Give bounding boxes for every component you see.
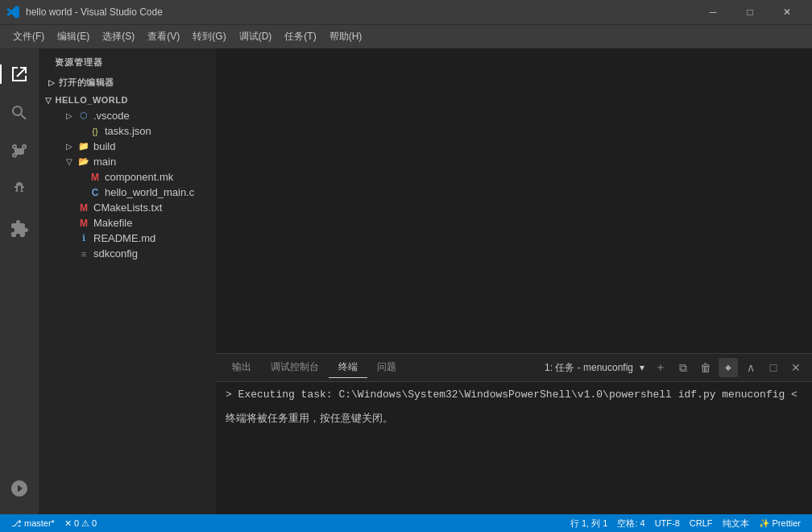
makefile-label: Makefile (93, 217, 132, 229)
terminal-trash-button[interactable]: 🗑 (696, 358, 715, 377)
open-editors-section[interactable]: ▷ 打开的编辑器 (39, 73, 216, 92)
menu-view[interactable]: 查看(V) (141, 27, 186, 47)
language-text: 纯文本 (723, 517, 749, 530)
terminal-restore-button[interactable]: □ (764, 358, 783, 377)
build-folder-icon: 📁 (77, 141, 90, 152)
tree-item-componentmk[interactable]: ▷ M component.mk (39, 169, 216, 185)
menu-goto[interactable]: 转到(G) (186, 27, 232, 47)
tree-item-cmakelists[interactable]: ▷ M CMakeLists.txt (39, 200, 216, 215)
terminal-split-button[interactable]: ⧉ (673, 358, 693, 377)
terminal-maximize-button[interactable]: ∧ (741, 358, 760, 377)
terminal-close-button[interactable]: ✕ (786, 358, 806, 377)
activity-explorer[interactable] (0, 55, 39, 94)
status-formatter[interactable]: ✨ Prettier (754, 517, 806, 530)
main-label: main (93, 156, 116, 168)
tree-item-main[interactable]: ▽ 📂 main (39, 154, 216, 169)
tasksjson-label: tasks.json (105, 125, 151, 137)
tree-item-build[interactable]: ▷ 📁 build (39, 139, 216, 154)
terminal-tabs: 输出 调试控制台 终端 问题 1: 任务 - menuconfig ▾ ＋ ⧉ … (216, 354, 812, 382)
status-encoding[interactable]: UTF-8 (650, 517, 685, 530)
build-label: build (93, 140, 115, 152)
status-branch[interactable]: ⎇ master* (6, 518, 60, 529)
tab-output[interactable]: 输出 (222, 357, 261, 378)
activity-bar (0, 48, 39, 514)
spaces-text: 空格: 4 (617, 517, 644, 530)
tree-item-readme[interactable]: ▷ ℹ README.md (39, 231, 216, 246)
terminal-content[interactable]: > Executing task: C:\Windows\System32\Wi… (216, 382, 812, 514)
menu-tasks[interactable]: 任务(T) (278, 27, 322, 47)
terminal-blank-line (226, 403, 802, 411)
branch-name: master* (24, 518, 55, 528)
formatter-icon: ✨ (759, 518, 770, 529)
folder-arrow-build: ▷ (66, 142, 76, 151)
activity-remote[interactable] (0, 469, 39, 508)
status-right: 行 1, 列 1 空格: 4 UTF-8 CRLF 纯文本 ✨ Prettier (566, 517, 806, 530)
terminal-panel: 输出 调试控制台 终端 问题 1: 任务 - menuconfig ▾ ＋ ⧉ … (216, 353, 812, 514)
editor-area: 输出 调试控制台 终端 问题 1: 任务 - menuconfig ▾ ＋ ⧉ … (216, 48, 812, 514)
app-icon (6, 6, 19, 19)
error-icon: ✕ (64, 518, 72, 529)
folder-arrow-vscode: ▷ (66, 111, 76, 120)
vscode-folder-label: .vscode (93, 110, 130, 122)
tree-item-hellomain[interactable]: ▷ C hello_world_main.c (39, 185, 216, 200)
status-language[interactable]: 纯文本 (718, 517, 754, 530)
tab-debug-console[interactable]: 调试控制台 (261, 357, 329, 378)
menu-debug[interactable]: 调试(D) (233, 27, 279, 47)
tab-terminal[interactable]: 终端 (329, 357, 367, 378)
warning-icon: ⚠ (81, 518, 89, 529)
close-button[interactable]: ✕ (768, 0, 806, 24)
menu-select[interactable]: 选择(S) (96, 27, 141, 47)
warning-count: 0 (92, 518, 97, 528)
title-bar: hello world - Visual Studio Code ─ □ ✕ (0, 0, 812, 24)
readme-label: README.md (93, 232, 155, 244)
activity-search[interactable] (0, 94, 39, 132)
folder-arrow-main: ▽ (66, 157, 76, 166)
project-section[interactable]: ▽ HELLO_WORLD (39, 92, 216, 108)
cmake-icon: M (77, 202, 90, 214)
hellomain-label: hello_world_main.c (105, 186, 194, 198)
status-bar: ⎇ master* ✕ 0 ⚠ 0 行 1, 列 1 空格: 4 UTF-8 C… (0, 514, 812, 532)
c-icon: C (89, 187, 102, 198)
eol-text: CRLF (690, 518, 713, 528)
vscode-folder-icon: ⬡ (77, 110, 90, 121)
status-errors[interactable]: ✕ 0 ⚠ 0 (60, 518, 102, 529)
json-icon: {} (89, 127, 102, 136)
terminal-add-button[interactable]: ＋ (651, 358, 670, 377)
maximize-button[interactable]: □ (731, 0, 768, 24)
collapse-arrow-editors: ▷ (48, 78, 56, 87)
activity-source-control[interactable] (0, 132, 39, 171)
mk-icon: M (89, 172, 102, 183)
menu-edit[interactable]: 编辑(E) (51, 27, 96, 47)
status-eol[interactable]: CRLF (685, 517, 718, 530)
status-spaces[interactable]: 空格: 4 (612, 517, 649, 530)
window-controls: ─ □ ✕ (694, 0, 806, 24)
terminal-command-line: > Executing task: C:\Windows\System32\Wi… (226, 387, 802, 403)
formatter-text: Prettier (773, 518, 801, 528)
tree-item-sdkconfig[interactable]: ▷ ≡ sdkconfig (39, 246, 216, 261)
activity-debug[interactable] (0, 171, 39, 210)
tree-item-vscode[interactable]: ▷ ⬡ .vscode (39, 108, 216, 123)
editor-content (216, 48, 812, 353)
tree-item-makefile[interactable]: ▷ M Makefile (39, 215, 216, 231)
collapse-arrow-project: ▽ (45, 96, 52, 105)
sidebar-header: 资源管理器 (39, 48, 216, 73)
readme-icon: ℹ (77, 233, 90, 243)
terminal-controls: 1: 任务 - menuconfig ▾ ＋ ⧉ 🗑 ⌖ ∧ □ ✕ (545, 358, 806, 377)
terminal-closing-note: 终端将被任务重用，按任意键关闭。 (226, 411, 802, 427)
cmakelists-label: CMakeLists.txt (93, 202, 162, 214)
componentmk-label: component.mk (105, 171, 173, 183)
minimize-button[interactable]: ─ (694, 0, 731, 24)
menu-file[interactable]: 文件(F) (6, 27, 51, 47)
terminal-dropdown-icon: ▾ (640, 362, 644, 373)
activity-extensions[interactable] (0, 210, 39, 248)
ln-col-text: 行 1, 列 1 (570, 517, 607, 530)
tree-item-tasksjson[interactable]: ▷ {} tasks.json (39, 123, 216, 139)
encoding-text: UTF-8 (655, 518, 680, 528)
sdkconfig-label: sdkconfig (93, 247, 138, 260)
tab-problems[interactable]: 问题 (367, 357, 406, 378)
menu-help[interactable]: 帮助(H) (323, 27, 369, 47)
status-ln-col[interactable]: 行 1, 列 1 (566, 517, 612, 530)
makefile-icon: M (77, 218, 90, 229)
main-folder-icon: 📂 (77, 156, 90, 167)
branch-icon: ⎇ (11, 518, 22, 529)
